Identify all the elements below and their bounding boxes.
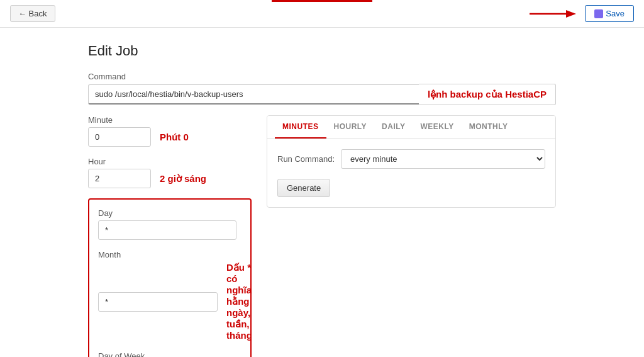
right-col: MINUTES HOURLY DAILY WEEKLY MONTHLY Run … (267, 115, 556, 208)
minute-input[interactable] (88, 127, 151, 147)
day-input[interactable] (98, 220, 236, 240)
run-command-label: Run Command: (277, 154, 335, 164)
command-group: Command lệnh backup của HestiaCP (88, 72, 556, 105)
save-button[interactable]: Save (585, 5, 634, 22)
main-content: Edit Job Command lệnh backup của HestiaC… (0, 28, 644, 357)
hour-input[interactable] (88, 169, 151, 188)
tab-weekly[interactable]: WEEKLY (413, 116, 461, 139)
day-month-dow-section: Day Month Dấu * có nghĩa hằng ngày, tuần… (88, 198, 252, 357)
hour-annotation: 2 giờ sáng (160, 173, 206, 184)
tab-hourly[interactable]: HOURLY (326, 116, 375, 139)
dow-group: Day of Week (98, 351, 242, 357)
save-label: Save (606, 9, 625, 18)
back-button[interactable]: ← Back (10, 5, 55, 22)
page-title: Edit Job (88, 43, 556, 59)
red-top-line (272, 0, 372, 2)
minute-group: Minute Phút 0 (88, 115, 252, 147)
month-row: Dấu * có nghĩa hằng ngày, tuần, tháng (98, 262, 242, 341)
svg-marker-1 (566, 10, 576, 18)
day-group: Day (98, 208, 242, 240)
hour-group: Hour 2 giờ sáng (88, 157, 252, 188)
month-annotation: Dấu * có nghĩa hằng ngày, tuần, tháng (226, 262, 252, 341)
month-group: Month Dấu * có nghĩa hằng ngày, tuần, th… (98, 250, 242, 341)
command-annotation: lệnh backup của HestiaCP (419, 84, 556, 105)
tabs-header: MINUTES HOURLY DAILY WEEKLY MONTHLY (267, 116, 555, 139)
save-icon (594, 9, 603, 18)
left-col: Minute Phút 0 Hour 2 giờ sáng Day (88, 115, 252, 357)
command-label: Command (88, 72, 556, 81)
topbar: ← Back Save (0, 0, 644, 28)
day-label: Day (98, 208, 242, 218)
month-label: Month (98, 250, 242, 259)
tabs-body: Run Command: every minute every 5 minute… (267, 139, 555, 207)
minute-label: Minute (88, 115, 252, 125)
command-input-wrap (88, 84, 419, 105)
minute-annotation: Phút 0 (160, 132, 189, 142)
hour-row: 2 giờ sáng (88, 169, 252, 188)
red-arrow-icon (530, 6, 580, 21)
run-command-row: Run Command: every minute every 5 minute… (277, 149, 545, 169)
minute-row: Phút 0 (88, 127, 252, 147)
generate-button[interactable]: Generate (277, 179, 330, 197)
tab-minutes[interactable]: MINUTES (275, 116, 326, 139)
tabs-panel: MINUTES HOURLY DAILY WEEKLY MONTHLY Run … (267, 115, 556, 208)
run-command-select[interactable]: every minute every 5 minutes every 10 mi… (341, 149, 545, 169)
topbar-right: Save (530, 5, 634, 22)
dow-label: Day of Week (98, 351, 242, 357)
command-input[interactable] (88, 84, 419, 105)
tab-daily[interactable]: DAILY (374, 116, 413, 139)
command-row: lệnh backup của HestiaCP (88, 84, 556, 105)
tab-monthly[interactable]: MONTHLY (462, 116, 516, 139)
month-input[interactable] (98, 292, 218, 312)
hour-label: Hour (88, 157, 252, 166)
two-col-layout: Minute Phút 0 Hour 2 giờ sáng Day (88, 115, 556, 357)
